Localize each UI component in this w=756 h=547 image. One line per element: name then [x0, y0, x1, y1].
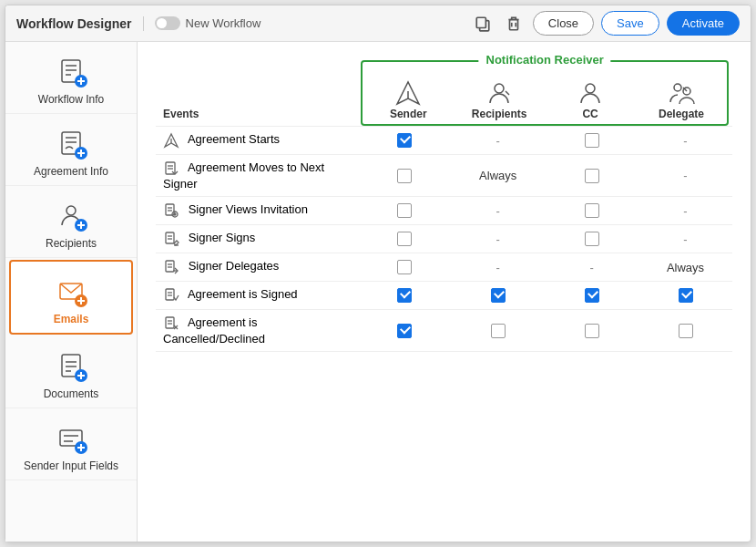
checkbox[interactable] [491, 324, 506, 338]
table-cell [451, 310, 545, 352]
checkbox[interactable] [679, 324, 693, 338]
cc-col-header: CC [549, 78, 631, 120]
cc-header-icon [576, 78, 605, 108]
table-cell [357, 310, 451, 352]
sender-input-fields-icon [53, 419, 89, 456]
checkbox[interactable] [397, 133, 412, 148]
event-icon [163, 287, 179, 304]
workflow-info-icon [53, 53, 89, 89]
recipients-header-icon [485, 78, 514, 108]
checkbox[interactable] [397, 232, 412, 246]
save-button[interactable]: Save [601, 11, 659, 36]
table-cell [357, 127, 451, 155]
svg-rect-15 [80, 150, 82, 157]
svg-rect-10 [80, 77, 82, 85]
table-row: Signer Views Invitation - - [156, 197, 732, 225]
checkbox[interactable] [397, 260, 412, 274]
table-row: Agreement Moves to Next Signer Always - [156, 155, 732, 197]
table-row: Signer Delegates - - Always [156, 253, 732, 282]
sidebar-item-recipients[interactable]: Recipients [5, 186, 137, 258]
delegate-label: Delegate [659, 108, 704, 120]
event-label: Agreement is Signed [188, 287, 298, 301]
svg-point-37 [586, 84, 595, 93]
delegate-header-icon [667, 78, 696, 108]
sender-header-icon [393, 78, 423, 108]
checkbox[interactable] [397, 203, 412, 218]
checkbox[interactable] [585, 169, 599, 183]
emails-table: Events Notification Receiver [156, 57, 732, 352]
checkbox[interactable] [585, 288, 599, 303]
emails-icon [53, 273, 89, 309]
sidebar-item-emails-label: Emails [54, 313, 89, 325]
event-label: Signer Signs [189, 231, 256, 244]
app-title: Workflow Designer [16, 16, 144, 31]
table-cell [545, 155, 639, 197]
table-cell [357, 155, 451, 197]
checkbox[interactable] [397, 288, 412, 303]
table-cell [451, 282, 545, 310]
copy-button[interactable] [471, 12, 495, 36]
table-cell: - [639, 197, 732, 225]
svg-point-16 [66, 206, 76, 215]
recipients-badge [75, 219, 87, 232]
checkbox[interactable] [585, 133, 599, 148]
checkbox[interactable] [397, 324, 412, 338]
header-subtitle: New Workflow [144, 16, 261, 30]
event-label: Signer Views Invitation [189, 202, 308, 216]
sidebar-item-workflow-info[interactable]: Workflow Info [5, 42, 137, 114]
svg-rect-32 [80, 444, 82, 451]
table-cell [545, 310, 639, 352]
checkbox[interactable] [491, 288, 506, 303]
table-row: Agreement is Signed [156, 282, 732, 310]
checkbox[interactable] [585, 232, 599, 246]
sidebar-item-sender-input-fields[interactable]: Sender Input Fields [5, 408, 137, 480]
sidebar-item-workflow-info-label: Workflow Info [38, 93, 104, 106]
event-cell: Agreement is Signed [156, 282, 357, 310]
sidebar-item-emails[interactable]: Emails [9, 260, 133, 335]
table-cell [639, 282, 732, 310]
event-cell: Signer Views Invitation [156, 197, 357, 225]
sender-badge [75, 441, 87, 454]
close-button[interactable]: Close [533, 11, 594, 36]
table-cell: - [451, 127, 545, 155]
table-row: Agreement is Cancelled/Declined [156, 310, 732, 352]
event-label: Agreement Starts [188, 132, 280, 146]
checkbox[interactable] [679, 288, 693, 303]
event-icon [163, 160, 179, 177]
table-cell [357, 225, 451, 253]
event-cell: Signer Delegates [156, 253, 357, 282]
workflow-name: New Workflow [186, 16, 261, 30]
table-cell [545, 282, 639, 310]
checkbox[interactable] [397, 169, 412, 183]
svg-rect-21 [80, 297, 82, 304]
event-cell: Agreement Starts [156, 127, 357, 155]
documents-icon [53, 347, 89, 384]
svg-rect-27 [80, 372, 82, 379]
sidebar-item-documents[interactable]: Documents [5, 336, 137, 408]
body: Workflow Info Agreement Info [5, 42, 751, 542]
sidebar-item-agreement-info[interactable]: Agreement Info [5, 114, 137, 186]
workflow-info-badge [75, 75, 87, 88]
svg-rect-2 [509, 19, 517, 29]
table-cell: - [639, 225, 732, 253]
delete-button[interactable] [502, 12, 526, 36]
table-row: Signer Signs - - [156, 225, 732, 253]
svg-rect-1 [476, 17, 485, 27]
table-cell: - [451, 197, 545, 225]
svg-rect-62 [166, 317, 174, 328]
activate-button[interactable]: Activate [667, 11, 740, 36]
table-cell: - [639, 155, 732, 197]
checkbox[interactable] [585, 203, 599, 218]
svg-rect-51 [166, 232, 174, 243]
table-cell [545, 127, 639, 155]
sidebar-item-agreement-info-label: Agreement Info [34, 165, 108, 178]
recipients-col-header: Recipients [458, 78, 540, 120]
workflow-toggle[interactable] [155, 16, 180, 30]
sidebar-item-sender-label: Sender Input Fields [24, 459, 118, 472]
events-header: Events [156, 57, 357, 127]
table-cell [639, 310, 732, 352]
event-icon [163, 231, 179, 247]
checkbox[interactable] [585, 324, 599, 338]
table-cell: - [545, 253, 639, 282]
sender-label: Sender [390, 108, 427, 120]
